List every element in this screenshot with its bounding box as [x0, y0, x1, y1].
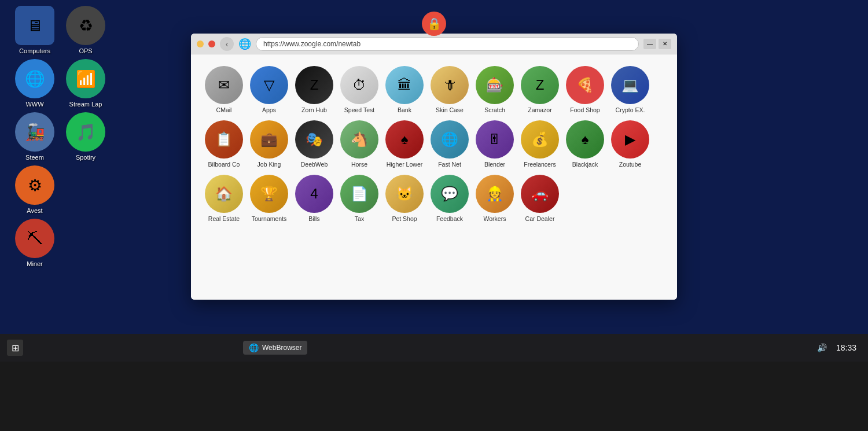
- app-icon-jobking[interactable]: 💼 Job King: [250, 120, 288, 168]
- cmail-label: CMail: [216, 106, 232, 113]
- bank-label: Bank: [398, 106, 411, 113]
- taskbar-browser-icon: 🌐: [249, 343, 259, 352]
- jobking-icon: 💼: [250, 120, 288, 159]
- steem-label: Steem: [25, 154, 44, 161]
- app-icon-zornhub[interactable]: Z Zorn Hub: [295, 66, 333, 113]
- bank-icon: 🏛: [385, 66, 424, 104]
- streamlap-label: Stream Lap: [69, 101, 102, 108]
- app-icon-zoutube[interactable]: ▶ Zoutube: [611, 120, 649, 168]
- tournaments-label: Tournaments: [252, 215, 287, 222]
- app-icon-scratch[interactable]: 🎰 Scratch: [476, 66, 514, 113]
- taskbar-browser-item[interactable]: 🌐 WebBrowser: [243, 341, 307, 355]
- cardealer-label: Car Dealer: [525, 215, 555, 222]
- realestate-label: Real Estate: [208, 215, 240, 222]
- app-icon-bills[interactable]: 4 Bills: [295, 175, 333, 222]
- app-icon-petshop[interactable]: 🐱 Pet Shop: [385, 175, 424, 222]
- back-button[interactable]: ‹: [220, 37, 234, 51]
- app-icon-speedtest[interactable]: ⏱ Speed Test: [340, 66, 378, 113]
- bills-label: Bills: [308, 215, 319, 222]
- app-icon-blackjack[interactable]: ♠ Blackjack: [566, 120, 604, 168]
- zamazor-label: Zamazor: [528, 106, 551, 113]
- apps-grid: ✉ CMail ▽ Apps Z Zorn Hub ⏱ Speed Test 🏛…: [205, 66, 663, 222]
- miner-icon: ⛏: [15, 219, 54, 258]
- fastnet-icon: 🌐: [431, 120, 469, 159]
- app-icon-deebweb[interactable]: 🎭 DeebWeb: [295, 120, 333, 168]
- app-icon-freelancers[interactable]: 💰 Freelancers: [521, 120, 559, 168]
- desktop-icon-avest[interactable]: ⚙ Avest: [12, 165, 58, 214]
- app-icon-cmail[interactable]: ✉ CMail: [205, 66, 243, 113]
- blackjack-label: Blackjack: [572, 161, 598, 168]
- freelancers-icon: 💰: [521, 120, 559, 159]
- app-icon-feedback[interactable]: 💬 Feedback: [431, 175, 469, 222]
- app-icon-foodshop[interactable]: 🍕 Food Shop: [566, 66, 604, 113]
- zamazor-icon: Z: [521, 66, 559, 104]
- url-text: https://www.zoogle.com/newtab: [263, 40, 361, 48]
- window-minimize-button[interactable]: —: [643, 39, 656, 49]
- address-bar[interactable]: https://www.zoogle.com/newtab: [256, 37, 639, 51]
- billboard-icon: 📋: [205, 120, 243, 159]
- app-icon-fastnet[interactable]: 🌐 Fast Net: [431, 120, 469, 168]
- workers-label: Workers: [484, 215, 506, 222]
- desktop-icon-ops[interactable]: ♻ OPS: [62, 6, 109, 54]
- app-icon-horse[interactable]: 🐴 Horse: [340, 120, 378, 168]
- avest-label: Avest: [27, 207, 42, 214]
- spotiry-label: Spotiry: [76, 154, 95, 161]
- workers-icon: 👷: [476, 175, 514, 213]
- horse-icon: 🐴: [340, 120, 378, 159]
- realestate-icon: 🏠: [205, 175, 243, 213]
- bills-icon: 4: [295, 175, 333, 213]
- tax-label: Tax: [355, 215, 364, 222]
- petshop-label: Pet Shop: [392, 215, 417, 222]
- zoutube-label: Zoutube: [619, 161, 642, 168]
- window-close-button[interactable]: ✕: [659, 39, 671, 49]
- taskbar-right: 🔊 18:33: [817, 343, 856, 352]
- computers-label: Computers: [19, 47, 50, 54]
- apps-label: Apps: [262, 106, 276, 113]
- feedback-icon: 💬: [431, 175, 469, 213]
- tournaments-icon: 🏆: [250, 175, 288, 213]
- desktop-icon-steem[interactable]: 🚂 Steem: [12, 112, 58, 161]
- desktop-icon-computers[interactable]: 🖥 Computers: [12, 6, 58, 54]
- app-icon-zamazor[interactable]: Z Zamazor: [521, 66, 559, 113]
- app-icon-bank[interactable]: 🏛 Bank: [385, 66, 424, 113]
- taskbar-browser-label: WebBrowser: [262, 344, 301, 352]
- window-controls: — ✕: [643, 39, 671, 49]
- desktop-icon-miner[interactable]: ⛏ Miner: [12, 219, 58, 267]
- scratch-icon: 🎰: [476, 66, 514, 104]
- browser-content: ✉ CMail ▽ Apps Z Zorn Hub ⏱ Speed Test 🏛…: [191, 54, 677, 300]
- apps-icon: ▽: [250, 66, 288, 104]
- app-icon-cryptoex[interactable]: 💻 Crypto EX.: [611, 66, 649, 113]
- app-icon-billboard[interactable]: 📋 Bilboard Co: [205, 120, 243, 168]
- blackjack-icon: ♠: [566, 120, 604, 159]
- app-icon-skincase[interactable]: 🗡 Skin Case: [431, 66, 469, 113]
- foodshop-icon: 🍕: [566, 66, 604, 104]
- app-icon-workers[interactable]: 👷 Workers: [476, 175, 514, 222]
- app-icon-cardealer[interactable]: 🚗 Car Dealer: [521, 175, 559, 222]
- app-icon-higherlower[interactable]: ♠ Higher Lower: [385, 120, 424, 168]
- steem-icon: 🚂: [15, 112, 54, 152]
- desktop: 🔒 🖥 Computers ♻ OPS 🌐 WWW 📶 Stream Lap: [0, 0, 868, 431]
- app-icon-tax[interactable]: 📄 Tax: [340, 175, 378, 222]
- app-icon-apps[interactable]: ▽ Apps: [250, 66, 288, 113]
- feedback-label: Feedback: [436, 215, 463, 222]
- app-icon-tournaments[interactable]: 🏆 Tournaments: [250, 175, 288, 222]
- app-icon-blender[interactable]: 🎚 Blender: [476, 120, 514, 168]
- browser-window: ‹ 🌐 https://www.zoogle.com/newtab — ✕ ✉ …: [191, 34, 677, 300]
- close-button[interactable]: [208, 40, 215, 47]
- miner-label: Miner: [27, 260, 43, 267]
- volume-icon[interactable]: 🔊: [817, 343, 827, 352]
- deebweb-icon: 🎭: [295, 120, 333, 159]
- desktop-icons-container: 🖥 Computers ♻ OPS 🌐 WWW 📶 Stream Lap 🚂 S…: [12, 6, 109, 267]
- desktop-icon-www[interactable]: 🌐 WWW: [12, 59, 58, 108]
- minimize-button[interactable]: [197, 40, 204, 47]
- cryptoex-icon: 💻: [611, 66, 649, 104]
- desktop-icon-streamlap[interactable]: 📶 Stream Lap: [62, 59, 109, 108]
- desktop-icon-spotiry[interactable]: 🎵 Spotiry: [62, 112, 109, 161]
- blender-label: Blender: [484, 161, 505, 168]
- fastnet-label: Fast Net: [438, 161, 461, 168]
- speedtest-icon: ⏱: [340, 66, 378, 104]
- app-icon-realestate[interactable]: 🏠 Real Estate: [205, 175, 243, 222]
- taskbar: ⊞ 🌐 WebBrowser 🔊 18:33: [0, 334, 868, 362]
- taskbar-start[interactable]: ⊞: [7, 340, 23, 356]
- browser-titlebar: ‹ 🌐 https://www.zoogle.com/newtab — ✕: [191, 34, 677, 54]
